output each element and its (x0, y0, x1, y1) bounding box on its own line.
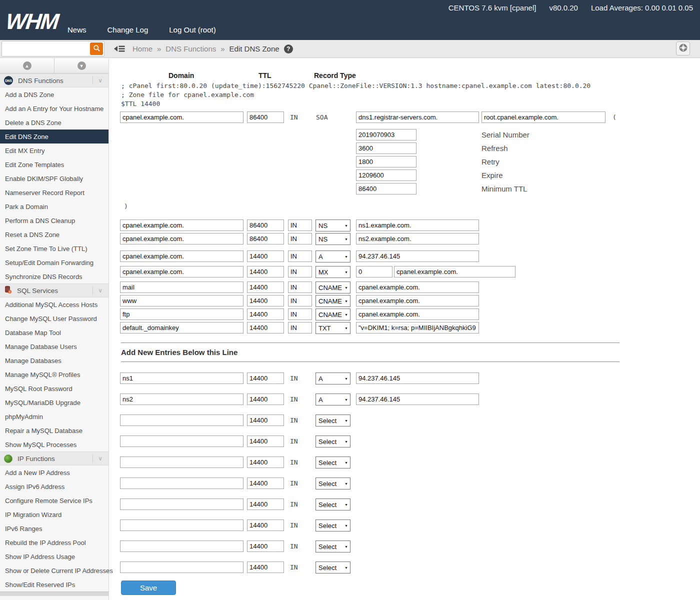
record-type-select[interactable]: NS▼ (316, 233, 350, 245)
new-ttl-input[interactable] (247, 414, 284, 426)
new-domain-input[interactable] (120, 478, 244, 489)
record-class-input[interactable] (288, 250, 312, 262)
sidebar-item-synchronize-dns-records[interactable]: Synchronize DNS Records (0, 270, 108, 284)
sidebar-item-edit-zone-templates[interactable]: Edit Zone Templates (0, 158, 108, 172)
sidebar-item-delete-a-dns-zone[interactable]: Delete a DNS Zone (0, 116, 108, 130)
sidebar-item-edit-mx-entry[interactable]: Edit MX Entry (0, 144, 108, 158)
sidebar-item-show-edit-reserved-ips[interactable]: Show/Edit Reserved IPs (0, 578, 108, 592)
record-class-input[interactable] (288, 322, 312, 334)
soa-serial-number-input[interactable] (356, 129, 416, 140)
sidebar-item-manage-databases[interactable]: Manage Databases (0, 354, 108, 368)
sidebar-item-add-a-new-ip-address[interactable]: Add a New IP Address (0, 466, 108, 480)
new-domain-input[interactable] (120, 498, 244, 510)
record-class-input[interactable] (288, 295, 312, 306)
nav-change-log[interactable]: Change Log (108, 26, 148, 34)
new-type-select[interactable]: Select▼ (316, 540, 350, 552)
sidebar-item-add-an-a-entry-for-your-hostname[interactable]: Add an A Entry for Your Hostname (0, 102, 108, 116)
soa-mname-input[interactable] (356, 112, 479, 123)
new-ttl-input[interactable] (247, 520, 284, 531)
chevron-down-icon[interactable]: ∨ (98, 455, 104, 462)
new-domain-input[interactable] (120, 394, 244, 405)
record-ttl-input[interactable] (247, 266, 284, 278)
search-input[interactable] (4, 42, 84, 55)
sidebar-section-ip-functions[interactable]: IP Functions∨ (0, 452, 108, 466)
help-icon[interactable]: ? (284, 44, 293, 54)
record-domain-input[interactable] (120, 308, 244, 320)
new-domain-input[interactable] (120, 562, 244, 573)
sidebar-item-ipv6-ranges[interactable]: IPv6 Ranges (0, 522, 108, 536)
sidebar-item-nameserver-record-report[interactable]: Nameserver Record Report (0, 186, 108, 200)
chevron-down-icon[interactable]: ∨ (98, 77, 104, 84)
collapse-sidebar-icon[interactable] (114, 45, 125, 52)
sidebar-item-manage-mysql-profiles[interactable]: Manage MySQL® Profiles (0, 368, 108, 382)
record-domain-input[interactable] (120, 250, 244, 262)
breadcrumb-dns-functions[interactable]: DNS Functions (166, 44, 216, 53)
new-domain-input[interactable] (120, 436, 244, 447)
record-class-input[interactable] (288, 266, 312, 278)
soa-expire-input[interactable] (356, 170, 416, 181)
breadcrumb-home[interactable]: Home (132, 44, 152, 53)
sidebar-item-set-zone-time-to-live-ttl-[interactable]: Set Zone Time To Live (TTL) (0, 242, 108, 256)
record-domain-input[interactable] (120, 220, 244, 231)
new-ttl-input[interactable] (247, 456, 284, 468)
support-button[interactable] (676, 42, 690, 56)
record-type-select[interactable]: CNAME▼ (316, 308, 350, 320)
record-ttl-input[interactable] (247, 322, 284, 334)
sidebar-item-show-ip-address-usage[interactable]: Show IP Address Usage (0, 550, 108, 564)
sidebar-item-add-a-dns-zone[interactable]: Add a DNS Zone (0, 88, 108, 102)
new-value-input[interactable] (356, 394, 479, 405)
whm-logo[interactable]: WHM (4, 9, 59, 34)
save-button[interactable]: Save (121, 580, 176, 595)
new-ttl-input[interactable] (247, 478, 284, 489)
new-type-select[interactable]: Select▼ (316, 478, 350, 490)
record-ttl-input[interactable] (247, 220, 284, 231)
new-type-select[interactable]: Select▼ (316, 414, 350, 426)
sidebar-item-additional-mysql-access-hosts[interactable]: Additional MySQL Access Hosts (0, 298, 108, 312)
sidebar-item-park-a-domain[interactable]: Park a Domain (0, 200, 108, 214)
soa-minimum-ttl-input[interactable] (356, 183, 416, 194)
new-ttl-input[interactable] (247, 498, 284, 510)
record-type-select[interactable]: A▼ (316, 250, 350, 262)
record-type-select[interactable]: NS▼ (316, 220, 350, 232)
record-value-input[interactable] (356, 295, 479, 306)
record-class-input[interactable] (288, 308, 312, 320)
new-ttl-input[interactable] (247, 372, 284, 384)
sidebar-item-repair-a-mysql-database[interactable]: Repair a MySQL Database (0, 424, 108, 438)
sidebar-item-enable-dkim-spf-globally[interactable]: Enable DKIM/SPF Globally (0, 172, 108, 186)
mx-priority-input[interactable] (356, 266, 392, 278)
new-domain-input[interactable] (120, 520, 244, 531)
record-domain-input[interactable] (120, 233, 244, 244)
new-type-select[interactable]: Select▼ (316, 456, 350, 468)
record-value-input[interactable] (356, 233, 479, 244)
new-ttl-input[interactable] (247, 394, 284, 405)
record-type-select[interactable]: MX▼ (316, 266, 350, 278)
new-type-select[interactable]: A▼ (316, 372, 350, 384)
soa-ttl-input[interactable] (247, 112, 284, 123)
sidebar-section-dns-functions[interactable]: DNSDNS Functions∨ (0, 74, 108, 88)
record-type-select[interactable]: CNAME▼ (316, 295, 350, 307)
sidebar-item-manage-database-users[interactable]: Manage Database Users (0, 340, 108, 354)
sidebar-item-mysql-mariadb-upgrade[interactable]: MySQL/MariaDB Upgrade (0, 396, 108, 410)
nav-log-out[interactable]: Log Out (root) (169, 26, 216, 34)
record-value-input[interactable] (356, 250, 479, 262)
new-domain-input[interactable] (120, 414, 244, 426)
new-type-select[interactable]: Select▼ (316, 498, 350, 510)
record-value-input[interactable] (356, 220, 479, 231)
record-value-input[interactable] (394, 266, 516, 278)
new-type-select[interactable]: A▼ (316, 394, 350, 406)
soa-refresh-input[interactable] (356, 142, 416, 154)
sidebar-item-ip-migration-wizard[interactable]: IP Migration Wizard (0, 508, 108, 522)
sidebar-item-reset-a-dns-zone[interactable]: Reset a DNS Zone (0, 228, 108, 242)
record-value-input[interactable] (356, 308, 479, 320)
new-ttl-input[interactable] (247, 436, 284, 447)
nav-news[interactable]: News (68, 26, 86, 34)
new-value-input[interactable] (356, 372, 479, 384)
record-ttl-input[interactable] (247, 233, 284, 244)
soa-domain-input[interactable] (120, 112, 244, 123)
soa-rname-input[interactable] (482, 112, 606, 123)
sidebar-item-assign-ipv6-address[interactable]: Assign IPv6 Address (0, 480, 108, 494)
sidebar-item-show-mysql-processes[interactable]: Show MySQL Processes (0, 438, 108, 452)
sidebar-item-mysql-root-password[interactable]: MySQL Root Password (0, 382, 108, 396)
record-class-input[interactable] (288, 233, 312, 244)
sidebar-item-database-map-tool[interactable]: Database Map Tool (0, 326, 108, 340)
